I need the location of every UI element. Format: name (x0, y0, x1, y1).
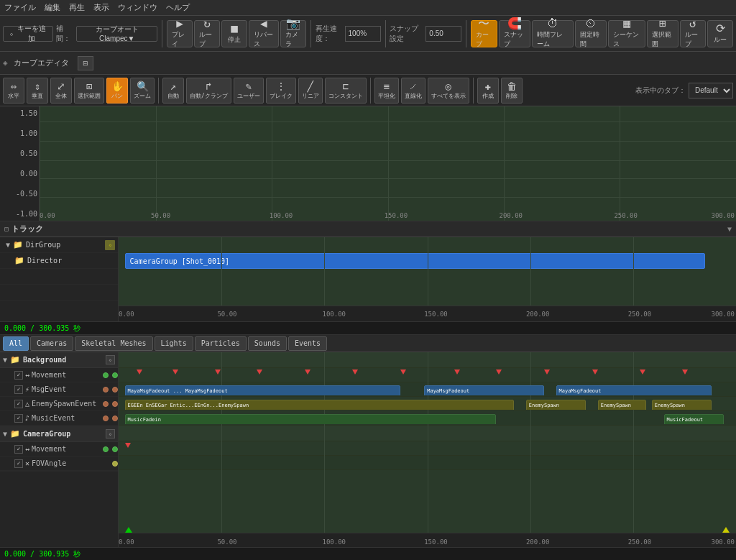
dir-group-item[interactable]: ▼ 📁 DirGroup ⬦ (0, 237, 118, 253)
play-button[interactable]: ▶ プレイ (167, 20, 193, 47)
msg-bar3[interactable]: MayaMsgFadeout (556, 385, 712, 395)
pan-btn[interactable]: ✋ パン (106, 78, 128, 104)
filter-tab-cameras[interactable]: Cameras (30, 336, 73, 351)
user-btn[interactable]: ✎ ユーザー (234, 78, 264, 104)
cam-group-btn[interactable]: ⬦ (106, 429, 115, 439)
bg-enemyspawn-track[interactable]: ✓ △ EnemySpawnEvent (0, 397, 118, 411)
grid-v2 (272, 106, 272, 221)
reverse-button[interactable]: ◀ リバース (249, 20, 279, 47)
x-label-100: 100.00 (270, 212, 293, 219)
cam-movement-name: Movement (32, 445, 101, 453)
zoom-label: ズーム (134, 92, 151, 100)
bg-msgevent-check[interactable]: ✓ (14, 385, 23, 394)
msg-bar2[interactable]: MayaMsgFadeout (424, 385, 544, 395)
show-all-btn[interactable]: ◎ すべてを表示 (428, 78, 469, 104)
seq-right-panel[interactable]: MayaMsgFadeout ... MayaMsgFadeout MayaMs… (119, 352, 736, 547)
selection-button[interactable]: ⊞ 選択範囲 (647, 20, 678, 47)
menu-file[interactable]: ファイル (4, 2, 36, 13)
filter-skeletal-label: Skeletal Meshes (81, 339, 146, 347)
bg-musicevent-check[interactable]: ✓ (14, 414, 23, 423)
stop-button[interactable]: ■ 停止 (221, 20, 247, 47)
enemy-bar1[interactable]: EGEEn EnSEGar Entic...EEnGn...EnemySpawn (125, 400, 515, 410)
zoom-btn[interactable]: 🔍 ズーム (130, 78, 155, 104)
snap-input[interactable] (426, 26, 461, 42)
all-label: 全体 (55, 92, 67, 100)
speed-input[interactable] (345, 26, 381, 42)
cam-movement-track[interactable]: ✓ ↔ Movement (0, 442, 118, 456)
fixed-time-button[interactable]: ⏲ 固定時間 (575, 20, 607, 47)
bg-movement-track[interactable]: ✓ ↔ Movement (0, 368, 118, 382)
menu-view[interactable]: 表示 (93, 2, 109, 13)
cam-movement-check[interactable]: ✓ (14, 445, 23, 454)
flatten-icon: ≡ (384, 81, 390, 92)
interpolation-dropdown[interactable]: カーブオートClampec▼ (76, 26, 157, 42)
director-item[interactable]: 📁 Director (0, 253, 118, 269)
enemy-bar3[interactable]: EnemySpawn (598, 400, 646, 410)
loop-end-button[interactable]: ↺ ループ (680, 20, 706, 47)
user-label: ユーザー (237, 92, 260, 100)
create-btn[interactable]: ✚ 作成 (477, 78, 499, 104)
flatten-btn[interactable]: ≡ 平坦化 (374, 78, 399, 104)
camera-group-header[interactable]: ▼ 📁 CameraGroup ⬦ (0, 426, 118, 442)
loop-end2-button[interactable]: ⟳ ルー (707, 20, 733, 47)
auto-btn[interactable]: ↗ 自動 (162, 78, 184, 104)
marker5 (305, 369, 310, 375)
horizontal-btn[interactable]: ⇔ 水平 (3, 78, 24, 104)
bg-group-btn[interactable]: ⬦ (106, 355, 115, 364)
display-tab-select[interactable]: Default (689, 83, 733, 98)
constant-btn[interactable]: ⊏ コンスタント (325, 78, 367, 104)
track-right-panel[interactable]: CameraGroup [Shot_0010] 0.00 50.00 100.0… (119, 237, 736, 321)
filter-tab-events[interactable]: Events (288, 336, 327, 351)
camera-button[interactable]: 📷 カメラ (280, 20, 306, 47)
track-x-300: 300.00 (711, 311, 735, 318)
dir-group-add-btn[interactable]: ⬦ (105, 240, 115, 250)
menu-play[interactable]: 再生 (69, 2, 85, 13)
menu-window[interactable]: ウィンドウ (118, 2, 157, 13)
enemy-bar2[interactable]: EnemySpawn (526, 400, 586, 410)
sequence-button[interactable]: ▦ シーケンス (608, 20, 645, 47)
bg-musicevent-track[interactable]: ✓ ♪ MusicEvent (0, 411, 118, 426)
cam-fovangle-check[interactable]: ✓ (14, 459, 23, 468)
add-key-button[interactable]: ⬦ キーを追加 (3, 26, 53, 42)
grid-v0 (40, 106, 40, 221)
delete-btn[interactable]: 🗑 削除 (501, 78, 523, 104)
filter-tab-particles[interactable]: Particles (195, 336, 247, 351)
enemy-bar4[interactable]: EnemySpawn (652, 400, 712, 410)
music-bar1[interactable]: MusicFadein (125, 414, 497, 424)
filter-tab-sounds[interactable]: Sounds (248, 336, 287, 351)
auto-clamp-btn[interactable]: ↱ 自動/クランプ (186, 78, 231, 104)
camera-group-bar[interactable]: CameraGroup [Shot_0010] (125, 253, 705, 269)
interpolation-label: 補間： (56, 24, 75, 44)
background-group-header[interactable]: ▼ 📁 Background ⬦ (0, 352, 118, 368)
filter-tab-lights[interactable]: Lights (155, 336, 193, 351)
curve-sep1 (158, 78, 159, 104)
straighten-btn[interactable]: ⟋ 直線化 (401, 78, 426, 104)
menu-bar: ファイル 編集 再生 表示 ウィンドウ ヘルプ (0, 0, 736, 16)
musicevent-icon: ♪ (25, 414, 29, 422)
all-btn[interactable]: ⤢ 全体 (50, 78, 72, 104)
cam-fovangle-track[interactable]: ✓ ✕ FOVAngle (0, 456, 118, 471)
select-range-btn[interactable]: ⊡ 選択範囲 (74, 78, 104, 104)
curve-editor-expand[interactable]: ⊟ (78, 56, 93, 70)
linear-btn[interactable]: ╱ リニア (298, 78, 323, 104)
background-group-name: Background (23, 356, 103, 364)
menu-help[interactable]: ヘルプ (166, 2, 190, 13)
bg-enemyspawn-check[interactable]: ✓ (14, 400, 23, 408)
track-collapse-btn[interactable]: ▼ (727, 225, 732, 233)
break-btn[interactable]: ⋮ ブレイク (266, 78, 296, 104)
filter-tab-all[interactable]: All (3, 336, 29, 351)
snap-mode-button[interactable]: 🧲 スナップ (499, 20, 530, 47)
curve-canvas[interactable]: 0.00 50.00 100.00 150.00 200.00 250.00 3… (40, 106, 736, 221)
msg-bar1[interactable]: MayaMsgFadeout ... MayaMsgFadeout (125, 385, 400, 395)
bg-movement-check[interactable]: ✓ (14, 371, 23, 380)
time-frame-button[interactable]: ⏱ 時間フレーム (532, 20, 574, 47)
loop-button[interactable]: ↻ ループ (194, 20, 220, 47)
y-label-050: 0.50 (20, 150, 37, 157)
curve-mode-button[interactable]: 〜 カーブ (471, 20, 497, 47)
bg-msgevent-track[interactable]: ✓ ⚡ MsgEvent (0, 382, 118, 397)
music-bar2[interactable]: MusicFadeout (664, 414, 724, 424)
flatten-label: 平坦化 (378, 92, 395, 100)
menu-edit[interactable]: 編集 (45, 2, 60, 13)
vertical-btn[interactable]: ⇕ 垂直 (27, 78, 48, 104)
filter-tab-skeletal[interactable]: Skeletal Meshes (75, 336, 152, 351)
